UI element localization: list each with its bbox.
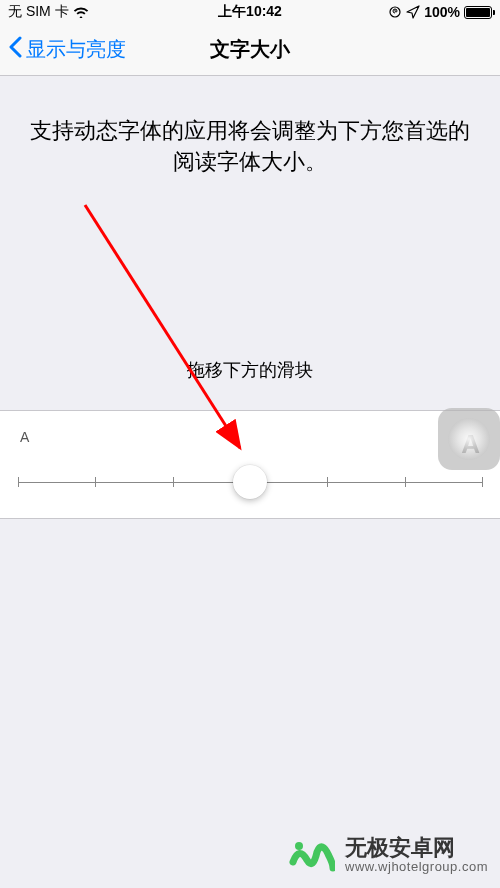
status-left: 无 SIM 卡 <box>8 3 89 21</box>
text-size-slider[interactable] <box>18 468 482 496</box>
status-bar: 无 SIM 卡 上午10:42 100% <box>0 0 500 24</box>
slider-panel: A A <box>0 410 500 519</box>
page-title: 文字大小 <box>210 36 290 63</box>
assistive-touch-button[interactable] <box>438 408 500 470</box>
slider-hint: 拖移下方的滑块 <box>0 358 500 382</box>
watermark: 无极安卓网 www.wjhotelgroup.com <box>289 832 488 878</box>
watermark-logo-icon <box>289 832 335 878</box>
description-text: 支持动态字体的应用将会调整为下方您首选的阅读字体大小。 <box>0 116 500 178</box>
carrier-text: 无 SIM 卡 <box>8 3 69 21</box>
content-area: 支持动态字体的应用将会调整为下方您首选的阅读字体大小。 拖移下方的滑块 A A <box>0 76 500 519</box>
location-icon <box>406 5 420 19</box>
slider-tick <box>482 477 483 487</box>
slider-tick <box>173 477 174 487</box>
back-label: 显示与亮度 <box>26 36 126 63</box>
slider-tick <box>18 477 19 487</box>
slider-tick <box>405 477 406 487</box>
nav-bar: 显示与亮度 文字大小 <box>0 24 500 76</box>
watermark-text: 无极安卓网 www.wjhotelgroup.com <box>345 835 488 875</box>
slider-thumb[interactable] <box>233 465 267 499</box>
watermark-brand: 无极安卓网 <box>345 835 488 860</box>
battery-percent: 100% <box>424 4 460 20</box>
watermark-url: www.wjhotelgroup.com <box>345 860 488 875</box>
rotation-lock-icon <box>388 5 402 19</box>
slider-tick <box>327 477 328 487</box>
status-right: 100% <box>388 4 492 20</box>
chevron-left-icon <box>8 36 22 63</box>
small-a-label: A <box>20 429 29 460</box>
svg-point-3 <box>295 842 303 850</box>
slider-labels: A A <box>18 429 482 460</box>
status-time: 上午10:42 <box>218 3 282 21</box>
slider-section: 拖移下方的滑块 A A <box>0 358 500 519</box>
battery-icon <box>464 6 492 19</box>
wifi-icon <box>73 6 89 18</box>
assistive-touch-icon <box>448 418 490 460</box>
back-button[interactable]: 显示与亮度 <box>0 36 126 63</box>
slider-tick <box>95 477 96 487</box>
